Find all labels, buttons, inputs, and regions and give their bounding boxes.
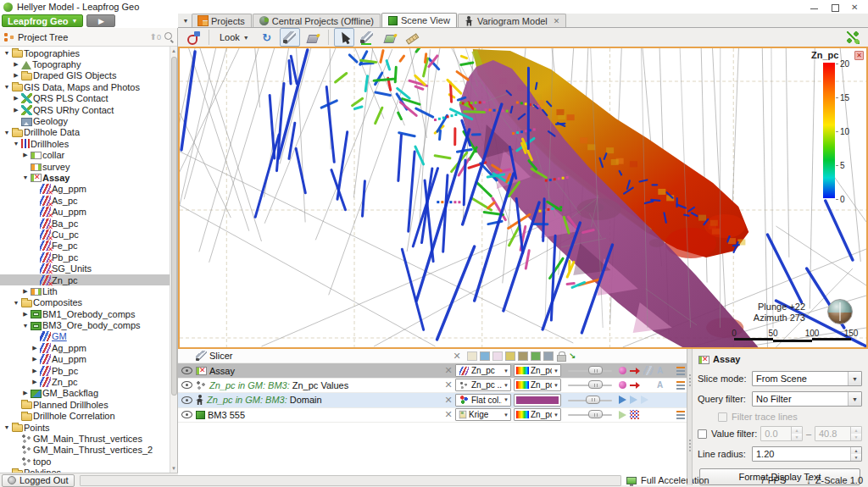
tree-item-assay[interactable]: ▼Assay (0, 172, 170, 183)
tree-item-pb-pc[interactable]: Pb_pc (0, 252, 170, 263)
shape-row-domain[interactable]: Zn_pc in GM: BM3:Domain✕Flat col...▼ (178, 393, 687, 407)
slider-thumb[interactable] (588, 410, 603, 418)
slider-thumb[interactable] (588, 366, 603, 374)
grid-dots-icon[interactable] (630, 410, 639, 419)
opacity-slider[interactable] (568, 365, 612, 376)
letter-a-icon[interactable]: A (657, 366, 665, 375)
expand-icon[interactable]: ▶ (31, 345, 39, 351)
slider-thumb[interactable] (588, 380, 603, 389)
remove-shape-icon[interactable]: ✕ (442, 395, 455, 406)
remove-shape-icon[interactable]: ✕ (442, 365, 455, 376)
collapse-icon[interactable]: ▼ (3, 50, 11, 56)
tree-item-ag-ppm[interactable]: Ag_ppm (0, 184, 170, 195)
collapse-icon[interactable]: ▼ (12, 141, 20, 147)
opacity-slider[interactable] (568, 409, 612, 420)
slicer-mode-icon[interactable] (543, 351, 554, 361)
tree-item-zn-pc[interactable]: Zn_pc (0, 274, 170, 285)
letter-a-icon[interactable]: A (657, 380, 665, 390)
tab-central-projects-offline[interactable]: Central Projects (Offline) (253, 14, 381, 27)
slicer-drill-icon[interactable]: ↘ (569, 351, 581, 361)
tree-item-fe-pc[interactable]: Fe_pc (0, 241, 170, 252)
colour-option-select[interactable]: Krige▼ (455, 408, 511, 421)
tab-variogram-model[interactable]: Variogram Model✕ (458, 14, 567, 27)
slider-thumb[interactable] (586, 396, 600, 404)
search-icon[interactable] (164, 32, 174, 42)
slicer-mode-icon[interactable] (531, 351, 541, 361)
tab-projects[interactable]: Projects (192, 14, 252, 27)
tree-item-au-ppm[interactable]: Au_ppm (0, 206, 170, 217)
expand-icon[interactable]: ▶ (12, 95, 20, 102)
collapse-icon[interactable]: ▼ (3, 84, 11, 90)
scene-list-button[interactable] (843, 28, 863, 47)
tree-item-zn-pc[interactable]: ▶Zn_pc (0, 376, 170, 387)
tree-item-lith[interactable]: ▶Lith (0, 285, 170, 296)
expand-icon[interactable]: ▶ (21, 152, 30, 158)
moving-plane-tool-button[interactable] (303, 28, 323, 47)
tree-item-drillholes[interactable]: ▼Drillholes (0, 138, 170, 149)
opacity-slider[interactable] (568, 395, 612, 406)
play-button[interactable]: ▶ (86, 14, 115, 27)
tree-item-survey[interactable]: survey (0, 161, 170, 172)
leapfrog-menu-button[interactable]: Leapfrog Geo▼ (2, 14, 83, 27)
remove-shape-icon[interactable]: ✕ (442, 409, 455, 420)
tree-scrollbar[interactable]: ▲ ▼ (170, 47, 177, 473)
cone-blue-icon[interactable] (619, 396, 626, 404)
tree-item-drillhole-data[interactable]: ▼Drillhole Data (0, 127, 170, 138)
logged-out-button[interactable]: Logged Out (2, 474, 75, 487)
ruler-tool-button[interactable] (403, 28, 423, 47)
tree-item-planned-drillholes[interactable]: Planned Drillholes (0, 399, 170, 410)
tree-item-sg-units[interactable]: SG_Units (0, 263, 170, 274)
scene-viewport[interactable]: Zn_pc ✕ 20151050 Plunge +22 Azimuth 273 (178, 47, 868, 349)
tree-item-ba-pc[interactable]: Ba_pc (0, 218, 170, 229)
draw-slicer-line-button[interactable] (357, 28, 377, 47)
cone-light2-icon[interactable] (641, 396, 648, 404)
slicer-mode-icon[interactable] (518, 351, 528, 361)
sphere-magenta-icon[interactable] (619, 381, 626, 389)
visibility-eye-icon[interactable] (181, 381, 192, 389)
tree-item-topography[interactable]: ▶Topography (0, 58, 170, 69)
query-filter-select[interactable]: No Filter ▼ (752, 391, 862, 407)
expand-icon[interactable]: ▶ (12, 72, 20, 79)
draw-slicer-plane-button[interactable] (380, 28, 400, 47)
minimize-button[interactable] (810, 3, 819, 11)
red-arrow-icon[interactable] (630, 382, 640, 389)
colourmap-select[interactable]: Zn_pc▼ (514, 408, 561, 421)
orbit-tool-button[interactable]: ↻ (257, 28, 277, 47)
panel-splitter[interactable] (687, 349, 693, 485)
navigation-ball[interactable] (827, 299, 853, 324)
tree-item-gm-backflag[interactable]: ▶GM_Backflag (0, 388, 170, 399)
colourmap-select[interactable]: Zn_pc▼ (514, 364, 561, 377)
colour-option-select[interactable]: Zn_pc▼ (455, 364, 511, 377)
z-scale-readout[interactable]: ↕ Z-Scale 1.0 (806, 475, 863, 485)
tree-item-pb-pc[interactable]: ▶Pb_pc (0, 365, 170, 376)
colourmap-select[interactable] (514, 394, 561, 407)
scroll-down-icon[interactable]: ▼ (171, 464, 176, 473)
maximize-button[interactable] (831, 3, 839, 11)
red-arrow-icon[interactable] (630, 368, 640, 374)
scrollbar-thumb[interactable] (171, 57, 177, 396)
tree-item-ag-ppm[interactable]: ▶Ag_ppm (0, 342, 170, 353)
expand-icon[interactable]: ▶ (21, 390, 30, 396)
slicer-mode-icon[interactable] (467, 351, 477, 361)
slicer-tool-button[interactable] (280, 28, 300, 47)
trace-gray-icon[interactable] (643, 366, 654, 375)
visibility-eye-icon[interactable] (181, 411, 192, 418)
remove-slicer-icon[interactable]: ✕ (450, 351, 464, 362)
tree-item-au-ppm[interactable]: ▶Au_ppm (0, 354, 170, 365)
remove-shape-icon[interactable]: ✕ (442, 379, 455, 390)
shape-row-zn-pc-values[interactable]: Zn_pc in GM: BM3:Zn_pc Values✕Zn_pc ...▼… (178, 379, 687, 393)
tab-list-dropdown[interactable]: ▼ (180, 18, 192, 27)
collapse-icon[interactable]: ▼ (21, 323, 30, 329)
value-filter-checkbox[interactable] (698, 429, 707, 439)
tree-item-gm-main-thrust-vertices[interactable]: GM_Main_Thrust_vertices (0, 433, 170, 444)
tree-item-draped-gis-objects[interactable]: ▶Draped GIS Objects (0, 70, 170, 81)
add-link-button[interactable] (183, 28, 203, 47)
tree-item-gm[interactable]: GM (0, 331, 170, 342)
expand-icon[interactable]: ▶ (21, 288, 30, 295)
tree-item-composites[interactable]: ▼Composites (0, 297, 170, 308)
expand-icon[interactable]: ▶ (12, 61, 20, 68)
expand-icon[interactable]: ▶ (31, 356, 39, 362)
visibility-eye-icon[interactable] (181, 367, 192, 374)
collapse-icon[interactable]: ▼ (3, 130, 11, 136)
format-text-icon[interactable] (676, 411, 685, 419)
